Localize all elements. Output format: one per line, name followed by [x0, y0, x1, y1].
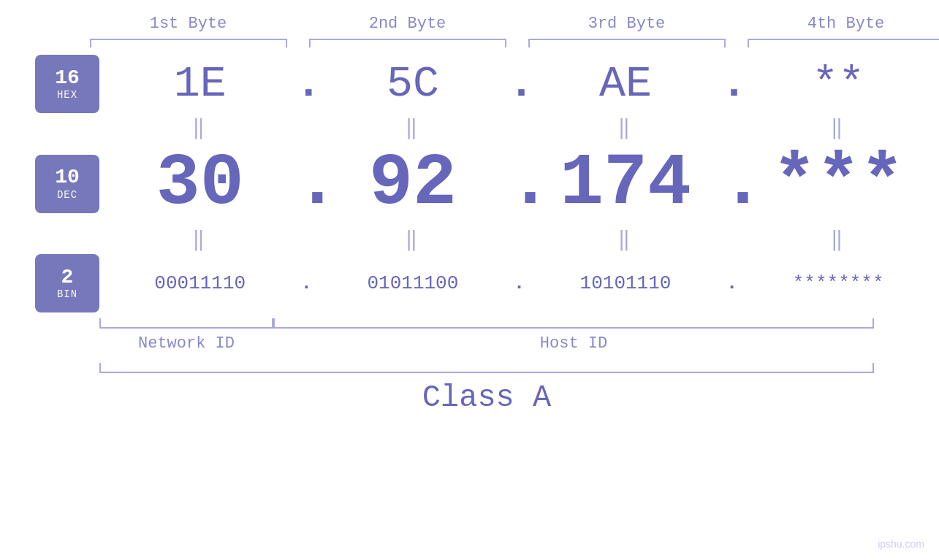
- main-container: 1st Byte 2nd Byte 3rd Byte 4th Byte 16 H…: [0, 0, 939, 560]
- equals-2-2: ‖: [322, 227, 504, 252]
- dec-badge-number: 10: [55, 166, 80, 189]
- bracket-top-3: [528, 39, 726, 47]
- hex-badge-number: 16: [55, 67, 80, 90]
- bin-dot-3: .: [721, 272, 743, 294]
- bin-val-4: ********: [747, 272, 930, 294]
- dec-values: 30 . 92 . 174 . ***: [99, 142, 939, 225]
- bin-cell-2: 01011100: [322, 272, 504, 294]
- bin-dot-2: .: [508, 272, 530, 294]
- bracket-network: [99, 318, 273, 329]
- bin-cell-4: ********: [747, 272, 930, 294]
- bottom-brackets: [99, 318, 874, 329]
- dec-cell-1: 30: [109, 142, 292, 225]
- dec-cell-3: 174: [534, 142, 717, 225]
- bin-badge: 2 BIN: [35, 254, 99, 312]
- equals-1-4: ‖: [747, 115, 930, 140]
- class-label: Class A: [422, 380, 551, 415]
- hex-row: 16 HEX 1E . 5C . AE . **: [0, 55, 939, 113]
- equals-2-1: ‖: [109, 227, 292, 252]
- bracket-top-4: [748, 39, 940, 47]
- hex-badge: 16 HEX: [35, 55, 99, 113]
- dec-badge-label: DEC: [57, 189, 77, 201]
- bin-row: 2 BIN 00011110 . 01011100 . 10101110 . *…: [0, 254, 939, 312]
- equals-cells-1: ‖ ‖ ‖ ‖: [99, 115, 939, 140]
- host-id-label: Host ID: [273, 334, 874, 353]
- hex-dot-3: .: [721, 59, 743, 109]
- top-brackets: [79, 39, 940, 47]
- hex-cell-2: 5C: [322, 59, 504, 109]
- equals-2-4: ‖: [747, 227, 930, 252]
- bin-dot-1: .: [295, 272, 317, 294]
- hex-dot-2: .: [508, 59, 530, 109]
- bracket-top-2: [309, 39, 506, 47]
- bin-val-1: 00011110: [109, 272, 292, 294]
- hex-values: 1E . 5C . AE . **: [99, 59, 939, 109]
- class-bracket: [99, 363, 874, 373]
- dec-val-4: ***: [747, 142, 930, 225]
- equals-cells-2: ‖ ‖ ‖ ‖: [99, 227, 939, 252]
- dec-val-2: 92: [322, 142, 504, 225]
- hex-cell-3: AE: [534, 59, 717, 109]
- equals-row-2: ‖ ‖ ‖ ‖: [0, 225, 939, 254]
- dec-badge: 10 DEC: [35, 155, 99, 213]
- class-label-container: Class A: [99, 380, 874, 415]
- dec-dot-2: .: [508, 142, 530, 225]
- equals-row-1: ‖ ‖ ‖ ‖: [0, 113, 939, 142]
- bin-values: 00011110 . 01011100 . 10101110 . *******…: [99, 272, 939, 294]
- byte-3-header: 3rd Byte: [528, 15, 726, 33]
- bin-badge-label: BIN: [57, 288, 77, 300]
- dec-cell-4: ***: [747, 142, 930, 225]
- bin-val-3: 10101110: [534, 272, 717, 294]
- bottom-section: Network ID Host ID Class A: [0, 315, 939, 415]
- byte-1-header: 1st Byte: [90, 15, 287, 33]
- byte-headers: 1st Byte 2nd Byte 3rd Byte 4th Byte: [79, 15, 940, 33]
- dec-dot-1: .: [295, 142, 317, 225]
- network-id-label: Network ID: [99, 334, 273, 353]
- dec-cell-2: 92: [322, 142, 504, 225]
- bin-cell-1: 00011110: [109, 272, 292, 294]
- bracket-top-1: [90, 39, 287, 47]
- byte-4-header: 4th Byte: [748, 15, 940, 33]
- bin-cell-3: 10101110: [534, 272, 717, 294]
- dec-val-3: 174: [534, 142, 717, 225]
- byte-2-header: 2nd Byte: [309, 15, 506, 33]
- bin-badge-number: 2: [61, 266, 74, 289]
- bin-val-2: 01011100: [322, 272, 504, 294]
- dec-dot-3: .: [721, 142, 743, 225]
- equals-1-1: ‖: [109, 115, 292, 140]
- equals-1-3: ‖: [534, 115, 717, 140]
- hex-cell-4: **: [747, 59, 930, 109]
- equals-2-3: ‖: [534, 227, 717, 252]
- dec-row: 10 DEC 30 . 92 . 174 . ***: [0, 142, 939, 225]
- hex-val-2: 5C: [322, 59, 504, 109]
- hex-val-3: AE: [534, 59, 717, 109]
- hex-badge-label: HEX: [57, 89, 77, 101]
- hex-cell-1: 1E: [109, 59, 292, 109]
- bracket-host: [273, 318, 874, 329]
- hex-dot-1: .: [295, 59, 317, 109]
- dec-val-1: 30: [109, 142, 292, 225]
- id-labels: Network ID Host ID: [99, 334, 874, 353]
- hex-val-1: 1E: [109, 59, 292, 109]
- watermark: ipshu.com: [878, 538, 924, 550]
- equals-1-2: ‖: [322, 115, 504, 140]
- hex-val-4: **: [747, 59, 930, 109]
